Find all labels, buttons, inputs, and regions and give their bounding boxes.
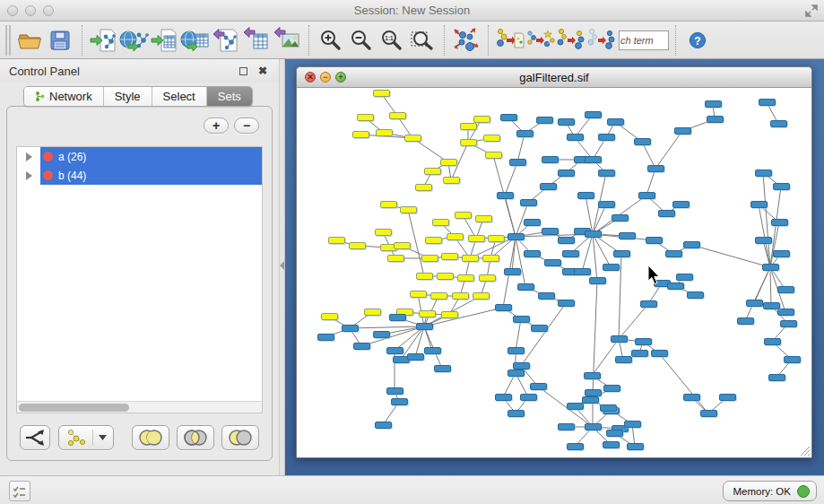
- graph-node[interactable]: [631, 350, 648, 357]
- merge-networks-icon[interactable]: [525, 24, 556, 56]
- graph-node[interactable]: [607, 118, 624, 126]
- graph-node[interactable]: [558, 300, 575, 307]
- graph-node[interactable]: [676, 274, 693, 281]
- graph-node[interactable]: [584, 372, 601, 379]
- graph-node[interactable]: [455, 212, 472, 219]
- graph-node[interactable]: [513, 316, 530, 323]
- horizontal-scrollbar[interactable]: [17, 401, 262, 413]
- graph-node[interactable]: [683, 241, 700, 248]
- graph-node[interactable]: [589, 277, 606, 284]
- graph-node[interactable]: [755, 169, 772, 177]
- minimize-window-icon[interactable]: [25, 5, 36, 16]
- graph-node[interactable]: [603, 385, 620, 392]
- import-network-web-icon[interactable]: [119, 24, 150, 56]
- graph-node[interactable]: [585, 423, 602, 430]
- graph-node[interactable]: [452, 292, 469, 300]
- graph-node[interactable]: [606, 430, 623, 437]
- graph-node[interactable]: [598, 169, 615, 177]
- graph-node[interactable]: [441, 253, 458, 260]
- graph-node[interactable]: [357, 114, 374, 121]
- float-panel-icon[interactable]: [236, 64, 250, 78]
- close-window-icon[interactable]: [7, 5, 18, 16]
- graph-node[interactable]: [737, 317, 754, 325]
- graph-node[interactable]: [507, 233, 525, 240]
- graph-node[interactable]: [419, 310, 436, 317]
- graph-node[interactable]: [468, 235, 485, 242]
- maximize-frame-icon[interactable]: +: [335, 72, 346, 83]
- graph-node[interactable]: [634, 138, 651, 145]
- toolbar-grip[interactable]: [5, 25, 11, 56]
- network-frame[interactable]: ✕ − + galFiltered.sif: [296, 66, 812, 458]
- graph-node[interactable]: [516, 130, 533, 137]
- graph-node[interactable]: [447, 233, 464, 240]
- graph-node[interactable]: [600, 404, 617, 412]
- graph-node[interactable]: [421, 255, 438, 262]
- graph-node[interactable]: [558, 118, 575, 126]
- network-canvas[interactable]: [297, 88, 811, 457]
- union-networks-icon[interactable]: [556, 24, 586, 56]
- graph-node[interactable]: [672, 201, 690, 208]
- apply-layout-icon[interactable]: [451, 24, 481, 56]
- graph-node[interactable]: [495, 394, 512, 401]
- graph-node[interactable]: [460, 123, 477, 130]
- graph-node[interactable]: [700, 410, 717, 417]
- graph-node[interactable]: [784, 356, 801, 363]
- graph-node[interactable]: [542, 228, 559, 235]
- expander-icon[interactable]: [17, 166, 40, 185]
- graph-node[interactable]: [483, 135, 500, 142]
- zoom-window-icon[interactable]: [43, 5, 54, 16]
- graph-node[interactable]: [544, 259, 561, 266]
- graph-node[interactable]: [424, 168, 441, 175]
- graph-node[interactable]: [755, 237, 772, 244]
- graph-node[interactable]: [768, 374, 785, 381]
- export-image-icon[interactable]: [272, 24, 302, 56]
- set-row-b[interactable]: b (44): [40, 166, 262, 185]
- graph-node[interactable]: [647, 165, 664, 172]
- graph-node[interactable]: [441, 311, 458, 318]
- split-set-button[interactable]: [20, 425, 50, 450]
- graph-node[interactable]: [410, 291, 427, 298]
- graph-node[interactable]: [667, 282, 684, 290]
- graph-node[interactable]: [640, 300, 657, 308]
- tab-sets[interactable]: Sets: [207, 87, 252, 106]
- graph-node[interactable]: [349, 242, 366, 249]
- graph-node[interactable]: [415, 184, 432, 191]
- graph-node[interactable]: [328, 237, 345, 244]
- list-item[interactable]: a (26): [17, 147, 262, 166]
- graph-node[interactable]: [611, 335, 628, 343]
- graph-node[interactable]: [425, 237, 442, 244]
- graph-node[interactable]: [635, 338, 652, 345]
- graph-node[interactable]: [386, 387, 403, 395]
- graph-node[interactable]: [585, 389, 602, 396]
- graph-node[interactable]: [651, 350, 668, 357]
- graph-node[interactable]: [624, 421, 641, 428]
- import-table-web-icon[interactable]: [180, 24, 211, 56]
- network-to-file-icon[interactable]: [495, 24, 525, 56]
- graph-node[interactable]: [500, 114, 517, 121]
- graph-node[interactable]: [407, 353, 424, 361]
- graph-node[interactable]: [387, 255, 404, 262]
- zoom-in-icon[interactable]: [316, 24, 346, 56]
- graph-node[interactable]: [638, 192, 655, 199]
- graph-node[interactable]: [460, 139, 477, 146]
- graph-node[interactable]: [683, 394, 700, 401]
- graph-node[interactable]: [416, 273, 433, 280]
- graph-node[interactable]: [658, 210, 675, 217]
- graph-node[interactable]: [627, 443, 644, 450]
- graph-node[interactable]: [509, 159, 526, 166]
- graph-node[interactable]: [567, 403, 584, 410]
- graph-node[interactable]: [598, 134, 615, 141]
- graph-node[interactable]: [394, 242, 411, 249]
- graph-node[interactable]: [777, 286, 794, 293]
- graph-node[interactable]: [376, 129, 393, 136]
- graph-node[interactable]: [391, 398, 408, 405]
- memory-status-button[interactable]: Memory: OK: [723, 481, 817, 501]
- graph-node[interactable]: [665, 250, 682, 257]
- graph-node[interactable]: [440, 159, 457, 166]
- graph-node[interactable]: [416, 323, 433, 330]
- graph-node[interactable]: [517, 283, 534, 291]
- tab-select[interactable]: Select: [152, 87, 207, 106]
- add-set-button[interactable]: +: [204, 117, 229, 134]
- scrollbar-thumb[interactable]: [19, 404, 129, 412]
- graph-node[interactable]: [389, 112, 406, 119]
